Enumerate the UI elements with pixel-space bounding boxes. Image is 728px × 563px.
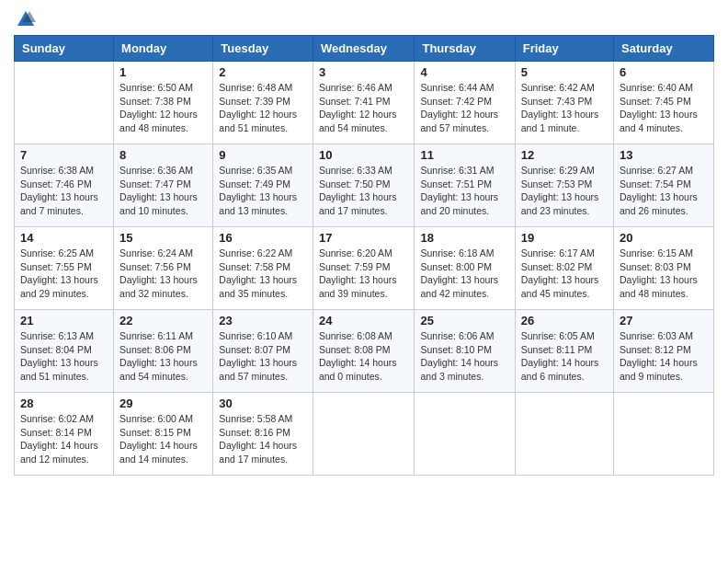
day-number: 16 [219,231,307,245]
calendar-week-4: 21Sunrise: 6:13 AM Sunset: 8:04 PM Dayli… [15,310,714,393]
day-number: 13 [620,148,708,162]
day-number: 22 [119,314,207,327]
calendar-cell: 24Sunrise: 6:08 AM Sunset: 8:08 PM Dayli… [313,310,415,393]
logo [14,9,36,29]
calendar-week-1: 1Sunrise: 6:50 AM Sunset: 7:38 PM Daylig… [15,62,714,144]
day-number: 3 [319,65,409,79]
calendar-week-3: 14Sunrise: 6:25 AM Sunset: 7:55 PM Dayli… [15,227,714,310]
day-number: 28 [20,396,108,410]
day-info: Sunrise: 6:11 AM Sunset: 8:06 PM Dayligh… [119,329,207,384]
calendar-cell: 27Sunrise: 6:03 AM Sunset: 8:12 PM Dayli… [614,310,714,393]
day-info: Sunrise: 6:36 AM Sunset: 7:47 PM Dayligh… [119,164,207,218]
day-number: 1 [119,65,207,79]
calendar-cell: 21Sunrise: 6:13 AM Sunset: 8:04 PM Dayli… [15,310,114,393]
day-number: 6 [620,65,708,79]
day-info: Sunrise: 6:48 AM Sunset: 7:39 PM Dayligh… [219,81,307,135]
day-number: 5 [521,65,608,79]
calendar-header-saturday: Saturday [614,36,714,62]
day-number: 26 [521,314,608,327]
calendar-header-sunday: Sunday [15,36,114,62]
calendar-header-friday: Friday [515,36,613,62]
calendar-header-row: SundayMondayTuesdayWednesdayThursdayFrid… [15,36,714,62]
calendar-cell: 15Sunrise: 6:24 AM Sunset: 7:56 PM Dayli… [114,227,213,310]
day-number: 2 [219,65,307,79]
day-number: 19 [521,231,608,245]
day-info: Sunrise: 6:18 AM Sunset: 8:00 PM Dayligh… [420,247,508,301]
day-number: 21 [20,314,108,327]
calendar-cell: 25Sunrise: 6:06 AM Sunset: 8:10 PM Dayli… [415,310,515,393]
calendar-cell [313,393,415,476]
day-number: 11 [420,148,508,162]
calendar-cell: 3Sunrise: 6:46 AM Sunset: 7:41 PM Daylig… [313,62,415,144]
calendar-cell: 13Sunrise: 6:27 AM Sunset: 7:54 PM Dayli… [614,144,714,227]
day-info: Sunrise: 6:33 AM Sunset: 7:50 PM Dayligh… [319,164,409,218]
day-info: Sunrise: 6:31 AM Sunset: 7:51 PM Dayligh… [420,164,508,218]
calendar-cell: 12Sunrise: 6:29 AM Sunset: 7:53 PM Dayli… [515,144,613,227]
day-number: 10 [319,148,409,162]
calendar-cell: 10Sunrise: 6:33 AM Sunset: 7:50 PM Dayli… [313,144,415,227]
calendar-cell: 26Sunrise: 6:05 AM Sunset: 8:11 PM Dayli… [515,310,613,393]
calendar-cell: 29Sunrise: 6:00 AM Sunset: 8:15 PM Dayli… [114,393,213,476]
day-number: 15 [119,231,207,245]
calendar-cell: 18Sunrise: 6:18 AM Sunset: 8:00 PM Dayli… [415,227,515,310]
day-info: Sunrise: 6:29 AM Sunset: 7:53 PM Dayligh… [521,164,608,218]
day-number: 23 [219,314,307,327]
day-info: Sunrise: 6:08 AM Sunset: 8:08 PM Dayligh… [319,329,409,384]
calendar-cell: 20Sunrise: 6:15 AM Sunset: 8:03 PM Dayli… [614,227,714,310]
logo-text [14,9,36,29]
day-number: 18 [420,231,508,245]
day-number: 29 [119,396,207,410]
calendar-cell: 8Sunrise: 6:36 AM Sunset: 7:47 PM Daylig… [114,144,213,227]
calendar-cell: 19Sunrise: 6:17 AM Sunset: 8:02 PM Dayli… [515,227,613,310]
day-number: 9 [219,148,307,162]
calendar-cell: 2Sunrise: 6:48 AM Sunset: 7:39 PM Daylig… [213,62,313,144]
day-info: Sunrise: 6:22 AM Sunset: 7:58 PM Dayligh… [219,247,307,301]
day-info: Sunrise: 6:25 AM Sunset: 7:55 PM Dayligh… [20,247,108,301]
calendar-cell: 5Sunrise: 6:42 AM Sunset: 7:43 PM Daylig… [515,62,613,144]
calendar-cell: 4Sunrise: 6:44 AM Sunset: 7:42 PM Daylig… [415,62,515,144]
day-number: 30 [219,396,307,410]
day-info: Sunrise: 6:35 AM Sunset: 7:49 PM Dayligh… [219,164,307,218]
calendar-cell: 28Sunrise: 6:02 AM Sunset: 8:14 PM Dayli… [15,393,114,476]
calendar-cell: 30Sunrise: 5:58 AM Sunset: 8:16 PM Dayli… [213,393,313,476]
calendar-header-tuesday: Tuesday [213,36,313,62]
calendar-header-monday: Monday [114,36,213,62]
day-info: Sunrise: 6:17 AM Sunset: 8:02 PM Dayligh… [521,247,608,301]
day-info: Sunrise: 6:44 AM Sunset: 7:42 PM Dayligh… [420,81,508,135]
day-number: 27 [620,314,708,327]
calendar-cell [614,393,714,476]
calendar-cell: 11Sunrise: 6:31 AM Sunset: 7:51 PM Dayli… [415,144,515,227]
day-number: 7 [20,148,108,162]
day-number: 12 [521,148,608,162]
day-info: Sunrise: 6:38 AM Sunset: 7:46 PM Dayligh… [20,164,108,218]
calendar-cell: 9Sunrise: 6:35 AM Sunset: 7:49 PM Daylig… [213,144,313,227]
day-info: Sunrise: 6:13 AM Sunset: 8:04 PM Dayligh… [20,329,108,384]
calendar-table: SundayMondayTuesdayWednesdayThursdayFrid… [14,35,714,476]
day-info: Sunrise: 6:00 AM Sunset: 8:15 PM Dayligh… [119,412,207,466]
day-info: Sunrise: 6:15 AM Sunset: 8:03 PM Dayligh… [620,247,708,301]
day-info: Sunrise: 6:42 AM Sunset: 7:43 PM Dayligh… [521,81,608,135]
calendar-header-wednesday: Wednesday [313,36,415,62]
day-number: 24 [319,314,409,327]
day-info: Sunrise: 5:58 AM Sunset: 8:16 PM Dayligh… [219,412,307,466]
calendar-week-2: 7Sunrise: 6:38 AM Sunset: 7:46 PM Daylig… [15,144,714,227]
day-number: 25 [420,314,508,327]
day-info: Sunrise: 6:50 AM Sunset: 7:38 PM Dayligh… [119,81,207,135]
day-info: Sunrise: 6:02 AM Sunset: 8:14 PM Dayligh… [20,412,108,466]
day-info: Sunrise: 6:40 AM Sunset: 7:45 PM Dayligh… [620,81,708,135]
day-info: Sunrise: 6:10 AM Sunset: 8:07 PM Dayligh… [219,329,307,384]
day-info: Sunrise: 6:03 AM Sunset: 8:12 PM Dayligh… [620,329,708,384]
day-info: Sunrise: 6:46 AM Sunset: 7:41 PM Dayligh… [319,81,409,135]
day-info: Sunrise: 6:24 AM Sunset: 7:56 PM Dayligh… [119,247,207,301]
day-number: 14 [20,231,108,245]
day-info: Sunrise: 6:06 AM Sunset: 8:10 PM Dayligh… [420,329,508,384]
day-info: Sunrise: 6:20 AM Sunset: 7:59 PM Dayligh… [319,247,409,301]
main-container: SundayMondayTuesdayWednesdayThursdayFrid… [0,0,728,485]
calendar-cell: 22Sunrise: 6:11 AM Sunset: 8:06 PM Dayli… [114,310,213,393]
calendar-header-thursday: Thursday [415,36,515,62]
calendar-week-5: 28Sunrise: 6:02 AM Sunset: 8:14 PM Dayli… [15,393,714,476]
day-number: 4 [420,65,508,79]
day-info: Sunrise: 6:05 AM Sunset: 8:11 PM Dayligh… [521,329,608,384]
calendar-cell [415,393,515,476]
logo-icon [16,9,36,29]
